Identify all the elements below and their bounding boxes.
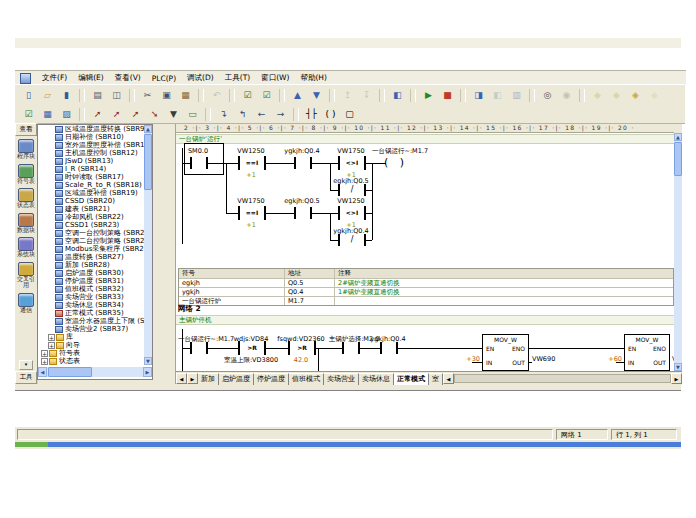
h-scroll-left-button[interactable]: ◀ xyxy=(443,373,454,384)
view-bar-item[interactable]: 状态表 xyxy=(16,188,37,209)
editor-scrollbar-thumb[interactable] xyxy=(674,142,682,176)
nc-contact-slash[interactable]: / xyxy=(340,184,364,196)
tree-expand-icon[interactable]: + xyxy=(48,334,55,341)
view-bar-item[interactable]: 通信 xyxy=(16,293,37,314)
tree-item[interactable]: +向导 xyxy=(39,341,145,349)
tree-item[interactable]: +状态表 xyxy=(39,357,145,365)
delete-network-button[interactable]: ▨ xyxy=(57,106,76,123)
new-button[interactable]: ▯ xyxy=(19,87,38,104)
view-bar-item[interactable]: 交叉引用 xyxy=(16,262,37,289)
tree-item[interactable]: 建表 (SBR21) xyxy=(39,205,145,213)
insert-coil-button[interactable]: ➚ xyxy=(107,106,126,123)
compare-operand[interactable]: +1 xyxy=(241,171,261,179)
tree-item[interactable]: 日期补偿 (SBR10) xyxy=(39,133,145,141)
editor-tab[interactable]: 卖场营业 xyxy=(324,373,359,385)
print-preview-button[interactable]: ◫ xyxy=(107,87,126,104)
network1-comment[interactable]: 一台锅炉‘运行’ xyxy=(176,134,674,144)
tree-item[interactable]: I_R (SBR14) xyxy=(39,165,145,173)
compile-button[interactable]: ☑ xyxy=(238,87,257,104)
tree-item[interactable]: 室温分水器温度上下限 (SBR xyxy=(39,317,145,325)
menu-item-debug[interactable]: 调试(D) xyxy=(187,73,214,83)
lock-button-1[interactable]: ◆ xyxy=(588,87,607,104)
contact-label[interactable]: ygkjh:Q0.4 xyxy=(277,147,327,155)
pause-status-button[interactable]: ◧ xyxy=(488,87,507,104)
compare-label[interactable]: VW1250 xyxy=(331,197,371,205)
cut-button[interactable]: ✂ xyxy=(138,87,157,104)
compare-operand[interactable]: +1 xyxy=(241,221,261,229)
tree-expand-icon[interactable]: + xyxy=(41,350,48,357)
print-button[interactable]: ▤ xyxy=(88,87,107,104)
status-bar-toggle-button[interactable]: ▭ xyxy=(183,106,202,123)
line-right-button[interactable]: → xyxy=(271,106,290,123)
compare-label[interactable]: VW1250 xyxy=(231,147,271,155)
options-button[interactable]: ◧ xyxy=(388,87,407,104)
toggle-compile-result-button[interactable]: ☑ xyxy=(19,106,38,123)
tree-item[interactable]: 停炉温度 (SBR31) xyxy=(39,277,145,285)
tree-horizontal-scrollbar[interactable]: ◀ ▶ xyxy=(38,367,152,377)
compare-op[interactable]: ==I xyxy=(240,206,264,220)
box-out-value[interactable]: VW690 xyxy=(532,355,572,363)
editor-horizontal-scrollbar[interactable] xyxy=(454,374,671,383)
symbol-table-row[interactable]: ygkjh Q0.4 1#锅炉变频直通切换 xyxy=(179,287,673,296)
compare-operand[interactable]: 室温上限:VD3800 xyxy=(216,356,286,364)
lock-button-2[interactable]: ◆ xyxy=(607,87,626,104)
insert-box-button[interactable]: ➚ xyxy=(126,106,145,123)
paste-button[interactable]: ▦ xyxy=(176,87,195,104)
view-bar-item[interactable]: 符号表 xyxy=(16,164,37,185)
bookmark-button[interactable]: ◎ xyxy=(538,87,557,104)
download-button[interactable]: ▼ xyxy=(307,87,326,104)
menu-item-tools[interactable]: 工具(T) xyxy=(225,73,250,83)
editor-tab[interactable]: 启炉温度 xyxy=(219,373,254,385)
tree-item[interactable]: 空调一台控制策略 (SBR24) xyxy=(39,229,145,237)
tree-vertical-scrollbar[interactable]: ▲ ▼ xyxy=(144,125,152,365)
tree-item[interactable]: 值班模式 (SBR32) xyxy=(39,285,145,293)
scroll-down-icon[interactable]: ▼ xyxy=(144,357,152,365)
ladder-canvas[interactable]: 一台锅炉‘运行’ SM0.0 ==I VW1250 +1 ygkjh:Q0.4 xyxy=(176,124,674,371)
bookmark-next-button[interactable]: ◉ xyxy=(557,87,576,104)
save-button[interactable]: ▮ xyxy=(57,87,76,104)
box-tool-button[interactable]: ▢ xyxy=(340,106,359,123)
contact-label[interactable]: egkjh:Q0.5 xyxy=(277,197,327,205)
symbol-table-row[interactable]: egkjh Q0.5 2#锅炉变频直通切换 xyxy=(179,278,673,287)
scroll-up-icon[interactable]: ▲ xyxy=(144,125,152,133)
compare-op[interactable]: >R xyxy=(240,341,264,355)
network2-header[interactable]: 网络 2 xyxy=(178,304,201,314)
tree-item[interactable]: 室外温度照度补偿 (SBR11) xyxy=(39,141,145,149)
tab-scroll-left-button[interactable]: ◀ xyxy=(176,373,187,384)
output-window[interactable] xyxy=(15,390,681,429)
menu-item-help[interactable]: 帮助(H) xyxy=(300,73,327,83)
tab-scroll-right-button[interactable]: ▶ xyxy=(187,373,198,384)
view-bar-item[interactable]: 程序块 xyxy=(16,139,37,160)
tree-scrollbar-thumb[interactable] xyxy=(144,134,152,190)
tree-item[interactable]: 主机温度控制 (SBR12) xyxy=(39,149,145,157)
menu-item-plc[interactable]: PLC(P) xyxy=(152,74,176,83)
compare-op[interactable]: >R xyxy=(290,341,314,355)
scroll-left-icon[interactable]: ◀ xyxy=(38,367,47,377)
contact-label[interactable]: ygkjh:Q0.4 xyxy=(360,335,416,343)
mov-w-box[interactable]: MOV_W EN ENO IN OUT xyxy=(624,334,670,371)
tree-expand-icon[interactable]: + xyxy=(48,342,55,349)
tree-item[interactable]: 温度转换 (SBR27) xyxy=(39,253,145,261)
tree-expand-icon[interactable]: + xyxy=(41,358,48,365)
nc-contact-label[interactable]: ygkjh:Q0.4 xyxy=(326,227,376,235)
stop-button[interactable]: ■ xyxy=(438,87,457,104)
tree-item[interactable]: 卖场营业 (SBR33) xyxy=(39,293,145,301)
tree-item[interactable]: 区域温度补偿 (SBR19) xyxy=(39,189,145,197)
mov-w-box[interactable]: MOV_W EN ENO IN OUT xyxy=(482,334,529,371)
scroll-right-icon[interactable]: ▶ xyxy=(143,367,152,377)
tree-item[interactable]: +库 xyxy=(39,333,145,341)
menu-item-file[interactable]: 文件(F) xyxy=(42,73,67,83)
editor-tab[interactable]: 值班模式 xyxy=(289,373,324,385)
tree-item[interactable]: 新加 (SBR28) xyxy=(39,261,145,269)
tree-item[interactable]: Scale_R_to_R (SBR18) xyxy=(39,181,145,189)
compile-all-button[interactable]: ☑ xyxy=(257,87,276,104)
tree-item[interactable]: 区域温度温度转换 (SBR9) xyxy=(39,125,145,133)
tree-item[interactable]: JSwD (SBR13) xyxy=(39,157,145,165)
line-left-button[interactable]: ← xyxy=(252,106,271,123)
tree-item[interactable]: 时钟读取 (SBR17) xyxy=(39,173,145,181)
h-scroll-right-button[interactable]: ▶ xyxy=(671,373,682,384)
network2-comment[interactable]: 主锅炉停机 xyxy=(176,315,674,325)
scroll-up-icon[interactable]: ▲ xyxy=(674,133,682,141)
tree-item[interactable]: 启炉温度 (SBR30) xyxy=(39,269,145,277)
contact-tool-button[interactable]: ┤├ xyxy=(302,106,321,123)
